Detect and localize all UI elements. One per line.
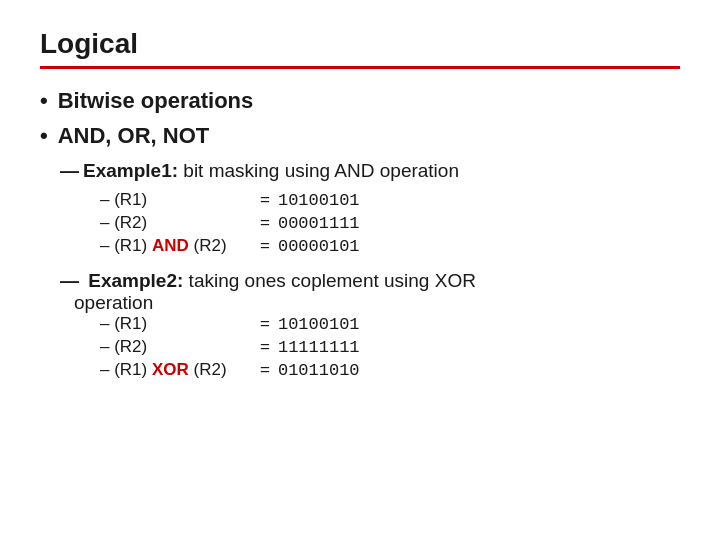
example2-r1-val: 10100101	[278, 315, 360, 334]
slide-title: Logical	[40, 28, 138, 59]
example2-dash: —	[60, 270, 79, 291]
example2-row-3: – (R1) XOR (R2) = 01011010	[100, 360, 680, 380]
example1-r1-val: 10100101	[278, 191, 360, 210]
example2-block: — Example2: taking ones coplement using …	[60, 270, 680, 380]
example2-r2-eq: =	[260, 337, 270, 357]
bullet-item-2: • AND, OR, NOT	[40, 122, 680, 151]
example1-r2-val: 00001111	[278, 214, 360, 233]
bullet-dot-1: •	[40, 87, 48, 116]
bullet-list: • Bitwise operations • AND, OR, NOT	[40, 87, 680, 150]
example2-row-2: – (R2) = 11111111	[100, 337, 680, 357]
example1-block: — Example1: bit masking using AND operat…	[60, 160, 680, 256]
example2-r3-val: 01011010	[278, 361, 360, 380]
example1-r1-label: – (R1)	[100, 190, 260, 210]
example1-r3-eq: =	[260, 236, 270, 256]
title-section: Logical	[40, 28, 680, 69]
example2-r2-val: 11111111	[278, 338, 360, 357]
bullet-dot-2: •	[40, 122, 48, 151]
example2-row-1: – (R1) = 10100101	[100, 314, 680, 334]
example1-dash: —	[60, 160, 79, 182]
example2-heading: — Example2: taking ones coplement using …	[60, 270, 680, 314]
slide: Logical • Bitwise operations • AND, OR, …	[0, 0, 720, 540]
example2-r2-label: – (R2)	[100, 337, 260, 357]
example1-r1-eq: =	[260, 190, 270, 210]
example1-r2-label: – (R2)	[100, 213, 260, 233]
example2-r3-eq: =	[260, 360, 270, 380]
example2-r1-label: – (R1)	[100, 314, 260, 334]
bullet-item-1: • Bitwise operations	[40, 87, 680, 116]
example1-text: bit masking using AND operation	[178, 160, 459, 181]
example1-heading: — Example1: bit masking using AND operat…	[60, 160, 680, 182]
example2-text1: taking ones coplement using XOR	[183, 270, 476, 291]
example1-r3-label: – (R1) AND (R2)	[100, 236, 260, 256]
example2-label: Example2: taking ones coplement using XO…	[60, 270, 680, 314]
example2-r1-eq: =	[260, 314, 270, 334]
example1-subitems: – (R1) = 10100101 – (R2) = 00001111 – (R…	[100, 190, 680, 256]
xor-keyword: XOR	[152, 360, 189, 379]
and-keyword: AND	[152, 236, 189, 255]
example2-text2: operation	[60, 292, 680, 314]
bullet-text-2: AND, OR, NOT	[58, 122, 210, 151]
example1-r3-val: 00000101	[278, 237, 360, 256]
example1-row-3: – (R1) AND (R2) = 00000101	[100, 236, 680, 256]
example2-r3-label: – (R1) XOR (R2)	[100, 360, 260, 380]
example2-subitems: – (R1) = 10100101 – (R2) = 11111111 – (R…	[100, 314, 680, 380]
bullet-text-1: Bitwise operations	[58, 87, 254, 116]
example1-label: Example1: bit masking using AND operatio…	[83, 160, 459, 182]
example1-row-1: – (R1) = 10100101	[100, 190, 680, 210]
example1-row-2: – (R2) = 00001111	[100, 213, 680, 233]
example1-r2-eq: =	[260, 213, 270, 233]
